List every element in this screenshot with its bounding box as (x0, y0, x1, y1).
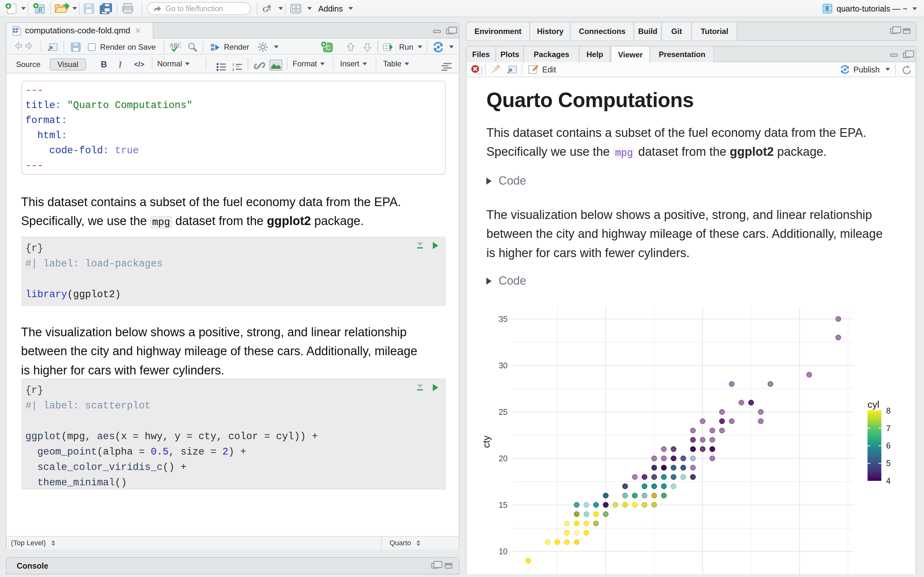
svg-text:10: 10 (499, 547, 507, 556)
svg-text:25: 25 (499, 408, 507, 416)
svg-text:8: 8 (886, 406, 891, 415)
svg-text:20: 20 (499, 454, 507, 463)
svg-text:5: 5 (886, 459, 891, 468)
svg-text:ABC: ABC (170, 42, 182, 49)
svg-text:15: 15 (499, 500, 507, 509)
svg-text:cty: cty (481, 436, 491, 448)
svg-text:2: 2 (232, 68, 234, 71)
svg-text:cyl: cyl (867, 399, 879, 410)
svg-text:4: 4 (886, 476, 891, 485)
svg-text:R: R (39, 7, 42, 13)
svg-text:1: 1 (232, 63, 234, 67)
svg-text:7: 7 (886, 424, 891, 433)
svg-text:30: 30 (499, 361, 507, 370)
svg-text:6: 6 (886, 441, 891, 450)
svg-text:R: R (825, 5, 829, 11)
svg-text:35: 35 (499, 314, 507, 324)
